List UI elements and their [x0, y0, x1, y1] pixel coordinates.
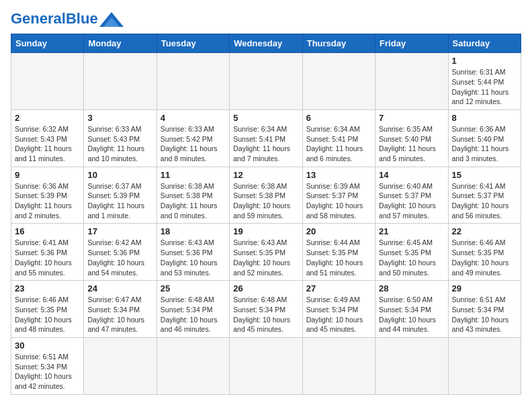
- day-number: 19: [233, 226, 298, 236]
- day-info: Sunrise: 6:44 AM Sunset: 5:35 PM Dayligh…: [306, 238, 371, 277]
- day-number: 26: [233, 283, 298, 293]
- calendar-cell: 19Sunrise: 6:43 AM Sunset: 5:35 PM Dayli…: [230, 224, 302, 281]
- day-number: 20: [306, 226, 371, 236]
- calendar-cell: [157, 337, 229, 394]
- calendar-cell: 22Sunrise: 6:46 AM Sunset: 5:35 PM Dayli…: [448, 224, 521, 281]
- day-info: Sunrise: 6:37 AM Sunset: 5:39 PM Dayligh…: [87, 181, 152, 221]
- header: GeneralBlue: [11, 11, 521, 27]
- calendar-cell: 2Sunrise: 6:32 AM Sunset: 5:43 PM Daylig…: [11, 109, 84, 167]
- calendar-week-1: 1Sunrise: 6:31 AM Sunset: 5:44 PM Daylig…: [11, 53, 521, 110]
- calendar-cell: [11, 53, 84, 110]
- calendar-cell: 6Sunrise: 6:34 AM Sunset: 5:41 PM Daylig…: [302, 109, 375, 167]
- logo-blue: Blue: [66, 10, 98, 27]
- day-info: Sunrise: 6:40 AM Sunset: 5:37 PM Dayligh…: [379, 181, 444, 221]
- calendar-week-6: 30Sunrise: 6:51 AM Sunset: 5:34 PM Dayli…: [11, 337, 521, 394]
- day-info: Sunrise: 6:36 AM Sunset: 5:39 PM Dayligh…: [15, 181, 80, 221]
- day-info: Sunrise: 6:45 AM Sunset: 5:35 PM Dayligh…: [379, 238, 444, 277]
- header-friday: Friday: [375, 34, 448, 53]
- day-info: Sunrise: 6:43 AM Sunset: 5:36 PM Dayligh…: [161, 238, 226, 277]
- calendar-cell: 7Sunrise: 6:35 AM Sunset: 5:40 PM Daylig…: [375, 109, 448, 167]
- day-info: Sunrise: 6:42 AM Sunset: 5:36 PM Dayligh…: [87, 238, 152, 277]
- calendar-cell: [375, 53, 448, 110]
- day-number: 14: [379, 170, 444, 180]
- header-wednesday: Wednesday: [230, 34, 302, 53]
- day-info: Sunrise: 6:50 AM Sunset: 5:34 PM Dayligh…: [379, 295, 444, 334]
- calendar-week-3: 9Sunrise: 6:36 AM Sunset: 5:39 PM Daylig…: [11, 167, 521, 224]
- day-number: 17: [87, 226, 152, 236]
- calendar-cell: 20Sunrise: 6:44 AM Sunset: 5:35 PM Dayli…: [302, 224, 375, 281]
- day-number: 15: [452, 170, 517, 180]
- day-info: Sunrise: 6:38 AM Sunset: 5:38 PM Dayligh…: [161, 181, 226, 221]
- day-info: Sunrise: 6:51 AM Sunset: 5:34 PM Dayligh…: [15, 352, 80, 392]
- calendar-cell: [157, 53, 229, 110]
- day-number: 7: [379, 113, 444, 123]
- calendar-week-2: 2Sunrise: 6:32 AM Sunset: 5:43 PM Daylig…: [11, 109, 521, 167]
- calendar-cell: 10Sunrise: 6:37 AM Sunset: 5:39 PM Dayli…: [84, 167, 157, 224]
- logo-text: GeneralBlue: [11, 11, 98, 27]
- day-info: Sunrise: 6:48 AM Sunset: 5:34 PM Dayligh…: [233, 295, 298, 334]
- day-number: 30: [15, 340, 80, 351]
- header-tuesday: Tuesday: [157, 34, 229, 53]
- calendar-cell: 30Sunrise: 6:51 AM Sunset: 5:34 PM Dayli…: [11, 337, 84, 394]
- calendar-cell: 11Sunrise: 6:38 AM Sunset: 5:38 PM Dayli…: [157, 167, 229, 224]
- day-number: 2: [15, 113, 80, 123]
- calendar-cell: 26Sunrise: 6:48 AM Sunset: 5:34 PM Dayli…: [230, 281, 302, 338]
- day-number: 8: [452, 113, 517, 123]
- calendar-cell: 28Sunrise: 6:50 AM Sunset: 5:34 PM Dayli…: [375, 281, 448, 338]
- day-info: Sunrise: 6:36 AM Sunset: 5:40 PM Dayligh…: [452, 124, 517, 164]
- calendar-cell: 5Sunrise: 6:34 AM Sunset: 5:41 PM Daylig…: [230, 109, 302, 167]
- calendar-cell: 21Sunrise: 6:45 AM Sunset: 5:35 PM Dayli…: [375, 224, 448, 281]
- day-number: 28: [379, 283, 444, 293]
- day-number: 9: [15, 170, 80, 180]
- day-number: 12: [233, 170, 298, 180]
- header-sunday: Sunday: [11, 34, 84, 53]
- header-thursday: Thursday: [302, 34, 375, 53]
- day-info: Sunrise: 6:31 AM Sunset: 5:44 PM Dayligh…: [452, 67, 517, 107]
- calendar-cell: [375, 337, 448, 394]
- day-number: 23: [15, 283, 80, 293]
- calendar-cell: 3Sunrise: 6:33 AM Sunset: 5:43 PM Daylig…: [84, 109, 157, 167]
- calendar-table: SundayMondayTuesdayWednesdayThursdayFrid…: [11, 34, 521, 395]
- calendar-cell: 14Sunrise: 6:40 AM Sunset: 5:37 PM Dayli…: [375, 167, 448, 224]
- day-number: 21: [379, 226, 444, 236]
- calendar-cell: [230, 337, 302, 394]
- calendar-cell: 1Sunrise: 6:31 AM Sunset: 5:44 PM Daylig…: [448, 53, 521, 110]
- day-info: Sunrise: 6:32 AM Sunset: 5:43 PM Dayligh…: [15, 124, 80, 164]
- day-number: 22: [452, 226, 517, 236]
- day-info: Sunrise: 6:43 AM Sunset: 5:35 PM Dayligh…: [233, 238, 298, 277]
- day-number: 6: [306, 113, 371, 123]
- calendar-cell: [230, 53, 302, 110]
- day-info: Sunrise: 6:41 AM Sunset: 5:36 PM Dayligh…: [15, 238, 80, 277]
- calendar-week-4: 16Sunrise: 6:41 AM Sunset: 5:36 PM Dayli…: [11, 224, 521, 281]
- calendar-cell: 16Sunrise: 6:41 AM Sunset: 5:36 PM Dayli…: [11, 224, 84, 281]
- header-saturday: Saturday: [448, 34, 521, 53]
- calendar-cell: [84, 337, 157, 394]
- day-number: 27: [306, 283, 371, 293]
- calendar-cell: 8Sunrise: 6:36 AM Sunset: 5:40 PM Daylig…: [448, 109, 521, 167]
- day-number: 11: [161, 170, 226, 180]
- day-info: Sunrise: 6:34 AM Sunset: 5:41 PM Dayligh…: [306, 124, 371, 164]
- calendar-cell: 23Sunrise: 6:46 AM Sunset: 5:35 PM Dayli…: [11, 281, 84, 338]
- calendar-cell: 25Sunrise: 6:48 AM Sunset: 5:34 PM Dayli…: [157, 281, 229, 338]
- day-info: Sunrise: 6:46 AM Sunset: 5:35 PM Dayligh…: [15, 295, 80, 334]
- day-info: Sunrise: 6:38 AM Sunset: 5:38 PM Dayligh…: [233, 181, 298, 221]
- calendar-cell: [302, 53, 375, 110]
- calendar-cell: 9Sunrise: 6:36 AM Sunset: 5:39 PM Daylig…: [11, 167, 84, 224]
- day-number: 24: [87, 283, 152, 293]
- header-monday: Monday: [84, 34, 157, 53]
- calendar-cell: 17Sunrise: 6:42 AM Sunset: 5:36 PM Dayli…: [84, 224, 157, 281]
- day-info: Sunrise: 6:33 AM Sunset: 5:42 PM Dayligh…: [161, 124, 226, 164]
- day-info: Sunrise: 6:46 AM Sunset: 5:35 PM Dayligh…: [452, 238, 517, 277]
- calendar-cell: 27Sunrise: 6:49 AM Sunset: 5:34 PM Dayli…: [302, 281, 375, 338]
- calendar-cell: 12Sunrise: 6:38 AM Sunset: 5:38 PM Dayli…: [230, 167, 302, 224]
- calendar-week-5: 23Sunrise: 6:46 AM Sunset: 5:35 PM Dayli…: [11, 281, 521, 338]
- day-number: 25: [161, 283, 226, 293]
- calendar-cell: [448, 337, 521, 394]
- day-number: 1: [452, 56, 517, 66]
- day-number: 16: [15, 226, 80, 236]
- day-number: 4: [161, 113, 226, 123]
- calendar-cell: 18Sunrise: 6:43 AM Sunset: 5:36 PM Dayli…: [157, 224, 229, 281]
- day-number: 5: [233, 113, 298, 123]
- day-number: 10: [87, 170, 152, 180]
- logo-row: GeneralBlue: [11, 11, 124, 27]
